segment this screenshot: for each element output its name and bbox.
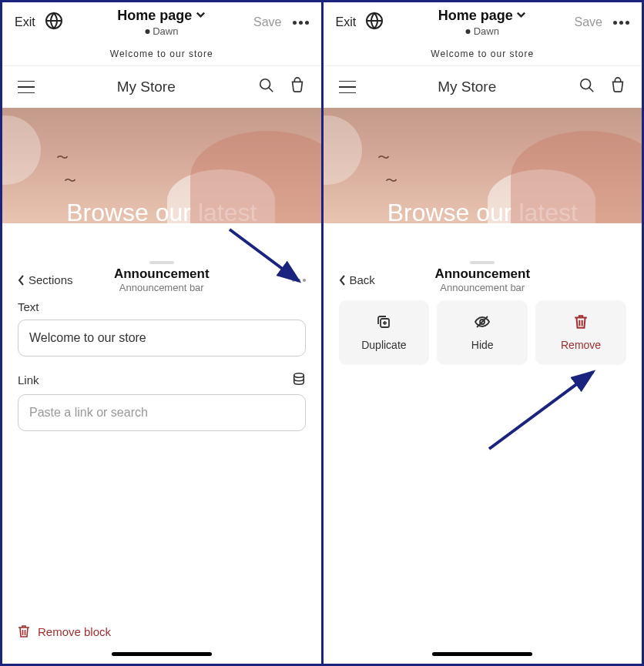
editor-sheet: Sections Announcement Announcement bar T… [2,249,321,664]
cart-icon[interactable] [609,77,626,97]
bird-decoration: 〜 [377,150,390,166]
theme-indicator: Dawn [117,25,206,37]
hero-preview: 〜 〜 Browse our latest [2,108,321,223]
store-header: My Store [2,65,321,108]
exit-button[interactable]: Exit [336,15,357,29]
link-field-label: Link [18,372,306,388]
back-button[interactable]: Sections [18,273,73,286]
globe-icon[interactable] [45,12,63,33]
store-name: My Store [356,79,579,95]
remove-block-button[interactable]: Remove block [18,611,306,646]
sheet-title-group: Announcement Announcement bar [114,266,210,293]
page-selector[interactable]: Home page Dawn [438,8,527,37]
theme-indicator: Dawn [438,25,527,37]
cart-icon[interactable] [289,77,306,97]
remove-button[interactable]: Remove [535,300,626,365]
block-actions: Duplicate Hide Remove [339,300,627,365]
left-screenshot: Exit Home page Dawn Save Welcome to our … [2,2,324,664]
svg-point-2 [293,373,304,377]
search-icon[interactable] [258,77,275,97]
announcement-bar-preview: Welcome to our store [324,42,642,65]
more-menu-icon[interactable] [293,21,309,25]
svg-point-1 [260,79,270,89]
editor-sheet: Back Announcement Announcement bar Dupli… [324,249,642,664]
text-field-label: Text [18,300,306,313]
hero-text: Browse our latest [66,199,257,223]
bird-decoration: 〜 [64,173,76,189]
store-header: My Store [324,65,642,108]
right-screenshot: Exit Home page Dawn Save Welcome to our … [324,2,642,664]
sheet-subtitle: Announcement bar [434,282,530,293]
sheet-handle[interactable] [470,261,495,264]
sheet-title: Announcement [434,266,530,282]
store-name: My Store [35,79,258,95]
hero-preview: 〜 〜 Browse our latest [324,108,642,223]
back-label: Sections [29,273,73,286]
hide-button[interactable]: Hide [437,300,528,365]
duplicate-button[interactable]: Duplicate [339,300,430,365]
sheet-title: Announcement [114,266,210,282]
link-input[interactable] [18,394,306,431]
globe-icon[interactable] [365,12,384,33]
exit-button[interactable]: Exit [15,15,35,29]
hero-text: Browse our latest [387,199,578,223]
back-label: Back [350,273,375,286]
home-indicator [112,652,212,656]
hamburger-icon[interactable] [339,81,356,94]
page-selector[interactable]: Home page Dawn [117,8,206,37]
home-indicator [432,652,532,656]
block-more-icon[interactable] [292,279,306,282]
page-title: Home page [117,8,192,24]
bird-decoration: 〜 [56,150,69,166]
save-button[interactable]: Save [253,15,281,29]
svg-point-5 [581,79,591,89]
save-button[interactable]: Save [575,15,602,29]
hamburger-icon[interactable] [18,81,35,94]
announcement-text-input[interactable] [18,320,306,356]
bird-decoration: 〜 [385,173,397,189]
sheet-handle[interactable] [149,261,174,264]
editor-topbar: Exit Home page Dawn Save [2,2,321,42]
page-title: Home page [438,8,513,24]
more-menu-icon[interactable] [613,21,629,25]
sheet-title-group: Announcement Announcement bar [434,266,530,293]
announcement-bar-preview: Welcome to our store [2,42,321,65]
back-button[interactable]: Back [339,273,375,286]
sheet-subtitle: Announcement bar [114,282,210,293]
chevron-down-icon [195,9,206,23]
search-icon[interactable] [579,77,595,97]
chevron-down-icon [516,9,527,23]
editor-topbar: Exit Home page Dawn Save [324,2,642,42]
dynamic-source-icon[interactable] [292,372,306,388]
